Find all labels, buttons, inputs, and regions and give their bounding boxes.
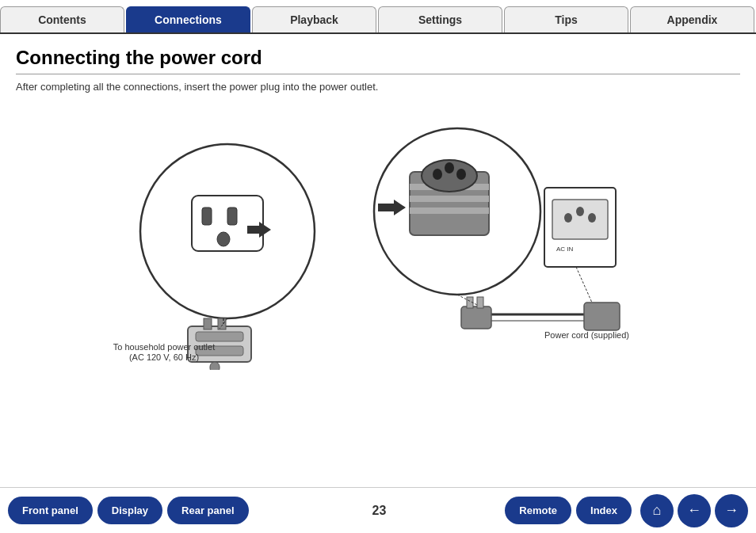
tab-connections[interactable]: Connections <box>126 6 250 32</box>
svg-rect-30 <box>461 306 491 329</box>
svg-rect-16 <box>410 196 489 202</box>
svg-point-4 <box>217 232 230 246</box>
tab-playback[interactable]: Playback <box>252 6 376 32</box>
page-subtitle: After completing all the connections, in… <box>16 81 740 93</box>
display-button[interactable]: Display <box>97 497 162 524</box>
svg-rect-10 <box>210 362 220 370</box>
svg-rect-2 <box>202 207 212 225</box>
svg-rect-23 <box>552 200 608 239</box>
forward-icon: → <box>724 502 739 519</box>
svg-point-25 <box>576 207 584 216</box>
rear-panel-button[interactable]: Rear panel <box>167 497 248 524</box>
svg-point-26 <box>588 213 596 223</box>
front-panel-button[interactable]: Front panel <box>8 497 93 524</box>
index-button[interactable]: Index <box>576 497 632 524</box>
tab-tips[interactable]: Tips <box>504 6 628 32</box>
svg-point-19 <box>433 169 442 180</box>
svg-line-35 <box>576 267 592 303</box>
power-cord-diagram: AC IN To household power outlet (AC 120 … <box>101 116 655 370</box>
svg-point-24 <box>564 213 572 223</box>
nav-icon-group: ⌂ ← → <box>636 494 748 527</box>
svg-rect-6 <box>196 332 243 341</box>
forward-button[interactable]: → <box>715 494 748 527</box>
tab-appendix[interactable]: Appendix <box>630 6 754 32</box>
tab-contents[interactable]: Contents <box>0 6 124 32</box>
svg-text:(AC 120 V, 60 Hz): (AC 120 V, 60 Hz) <box>129 352 199 362</box>
top-navigation: Contents Connections Playback Settings T… <box>0 0 756 34</box>
back-button[interactable]: ← <box>678 494 711 527</box>
svg-point-20 <box>445 162 454 173</box>
main-content: Connecting the power cord After completi… <box>0 34 756 109</box>
back-icon: ← <box>687 502 701 519</box>
page-title: Connecting the power cord <box>16 47 740 74</box>
tab-settings[interactable]: Settings <box>378 6 502 32</box>
svg-text:Power cord (supplied): Power cord (supplied) <box>544 330 629 340</box>
remote-button[interactable]: Remote <box>505 497 571 524</box>
svg-rect-9 <box>218 318 226 329</box>
svg-rect-8 <box>204 318 212 329</box>
svg-rect-33 <box>584 303 620 330</box>
svg-point-21 <box>456 169 466 180</box>
diagram-area: AC IN To household power outlet (AC 120 … <box>0 109 756 378</box>
svg-text:To household power outlet: To household power outlet <box>113 342 215 352</box>
home-button[interactable]: ⌂ <box>640 494 674 527</box>
home-icon: ⌂ <box>653 502 662 519</box>
svg-text:AC IN: AC IN <box>556 246 574 253</box>
bottom-navigation: Front panel Display Rear panel 23 Remote… <box>0 487 756 533</box>
svg-rect-32 <box>477 297 483 308</box>
svg-rect-3 <box>227 207 237 225</box>
svg-rect-17 <box>410 207 489 214</box>
page-number: 23 <box>254 504 506 518</box>
